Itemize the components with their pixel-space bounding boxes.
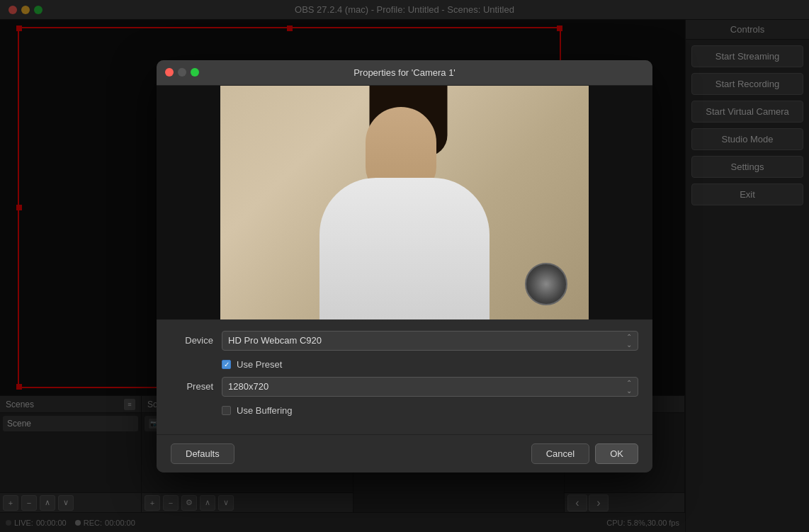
cancel-button[interactable]: Cancel: [531, 443, 589, 464]
device-value: HD Pro Webcam C920: [228, 335, 322, 346]
dialog-title: Properties for 'Camera 1': [353, 67, 456, 78]
microphone-orb: [525, 263, 567, 305]
use-preset-row: ✓ Use Preset: [222, 359, 638, 370]
right-shadow: [589, 86, 652, 319]
ok-button[interactable]: OK: [595, 443, 638, 464]
dialog-window-controls[interactable]: [165, 68, 199, 77]
device-select[interactable]: HD Pro Webcam C920 ⌃⌄: [222, 331, 638, 351]
modal-overlay: Properties for 'Camera 1': [0, 0, 809, 532]
use-preset-label: Use Preset: [237, 359, 282, 370]
footer-right-buttons: Cancel OK: [531, 443, 638, 464]
device-row: Device HD Pro Webcam C920 ⌃⌄: [171, 331, 638, 351]
use-preset-checkbox[interactable]: ✓: [222, 360, 231, 369]
dialog-close-btn[interactable]: [165, 68, 174, 77]
dialog-max-btn[interactable]: [191, 68, 199, 77]
use-buffering-row: Use Buffering: [222, 405, 638, 416]
use-buffering-label: Use Buffering: [237, 405, 293, 416]
preset-select[interactable]: 1280x720 ⌃⌄: [222, 377, 638, 397]
dialog-footer: Defaults Cancel OK: [157, 434, 652, 472]
properties-dialog: Properties for 'Camera 1': [157, 60, 652, 472]
webcam-person: [270, 100, 539, 319]
dialog-form: Device HD Pro Webcam C920 ⌃⌄ ✓ Use Prese…: [157, 319, 652, 434]
device-label: Device: [171, 335, 213, 346]
dialog-preview: [157, 86, 652, 319]
preset-value: 1280x720: [228, 381, 268, 392]
defaults-button[interactable]: Defaults: [171, 443, 234, 464]
preset-label: Preset: [171, 381, 213, 392]
use-buffering-checkbox[interactable]: [222, 406, 231, 415]
dialog-min-btn[interactable]: [178, 68, 186, 77]
left-shadow: [157, 86, 220, 319]
device-select-arrow: ⌃⌄: [626, 333, 632, 349]
person-body: [319, 178, 490, 319]
dialog-title-bar: Properties for 'Camera 1': [157, 60, 652, 86]
preset-select-arrow: ⌃⌄: [626, 379, 632, 395]
preset-row: Preset 1280x720 ⌃⌄: [171, 377, 638, 397]
